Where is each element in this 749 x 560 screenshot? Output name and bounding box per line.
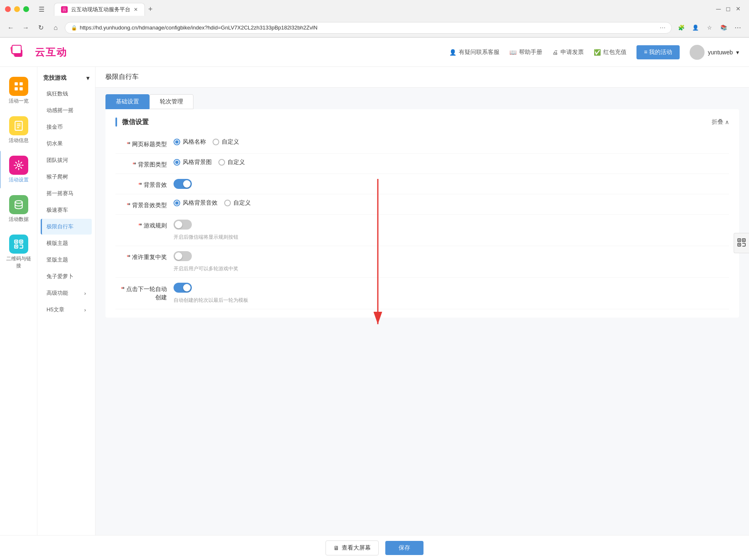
- sidebar-icon-activity-list: [9, 77, 28, 96]
- toggle-game-rules[interactable]: [174, 220, 192, 230]
- form-hint-allow-repeat-win: 开启后用户可以多轮游戏中奖: [174, 265, 238, 272]
- sub-sidebar-item-tug-war[interactable]: 团队拔河: [41, 152, 92, 168]
- sidebar-item-activity-settings[interactable]: 活动设置: [2, 151, 35, 188]
- content-tabs: 基础设置 轮次管理: [95, 88, 749, 109]
- sub-sidebar-item-rocking-horse[interactable]: 摇一摇赛马: [41, 186, 92, 201]
- sub-sidebar-item-vertical-theme[interactable]: 竖版主题: [41, 252, 92, 268]
- sub-sidebar-item-shake[interactable]: 动感摇一摇: [41, 103, 92, 118]
- radio-custom-sound[interactable]: 自定义: [224, 199, 251, 207]
- customer-service-label: 有疑问联系客服: [459, 49, 499, 56]
- window-controls: [5, 6, 29, 12]
- app-header: 云互动 👤 有疑问联系客服 📖 帮助手册 🖨 申请发票 ✅ 红包充值 ≡ 我的活…: [0, 38, 749, 67]
- qr-side-btn[interactable]: [734, 233, 749, 253]
- sidebar: 活动一览 活动信息 活动设置 活动数据 二维码与链接: [0, 67, 37, 560]
- sidebar-item-activity-list[interactable]: 活动一览: [2, 72, 35, 110]
- svg-rect-7: [20, 87, 23, 90]
- tab-round-management[interactable]: 轮次管理: [149, 94, 193, 109]
- radio-style-sound[interactable]: 风格背景音效: [174, 199, 218, 207]
- sub-sidebar-collapse-icon: ▾: [86, 75, 89, 81]
- sub-sidebar-item-extreme-bike[interactable]: 极限自行车: [41, 219, 92, 235]
- sub-sidebar-item-horizontal-theme[interactable]: 横版主题: [41, 235, 92, 251]
- svg-rect-5: [20, 82, 23, 86]
- save-btn[interactable]: 保存: [385, 541, 423, 555]
- sidebar-label-activity-list: 活动一览: [9, 98, 29, 105]
- svg-rect-18: [20, 241, 22, 242]
- collection-btn[interactable]: 📚: [717, 22, 730, 34]
- sidebar-label-activity-info: 活动信息: [9, 137, 29, 144]
- sidebar-toggle-btn[interactable]: ☰: [36, 3, 47, 15]
- customer-service-nav[interactable]: 👤 有疑问联系客服: [449, 49, 499, 56]
- collapse-btn[interactable]: 折叠 ∧: [712, 118, 729, 126]
- radio-custom-bg[interactable]: 自定义: [218, 159, 245, 166]
- minimize-btn[interactable]: ─: [716, 5, 721, 13]
- browser-tab-bar: 云 云互动现场互动服务平台 ✕ +: [51, 3, 713, 16]
- section-title-bar: [115, 117, 117, 127]
- svg-rect-3: [12, 45, 21, 54]
- toggle-allow-repeat-win[interactable]: [174, 251, 192, 261]
- sub-sidebar-item-advanced[interactable]: 高级功能 ›: [41, 285, 92, 301]
- tab-favicon: 云: [61, 6, 68, 13]
- section-title: 微信设置: [122, 118, 149, 127]
- maximize-window-btn[interactable]: [23, 6, 29, 12]
- extensions-btn[interactable]: 🧩: [675, 22, 688, 34]
- back-btn[interactable]: ←: [5, 22, 17, 34]
- radio-style-name-label: 风格名称: [183, 138, 206, 146]
- radio-custom-title[interactable]: 自定义: [213, 138, 239, 146]
- sidebar-icon-activity-settings: [9, 156, 28, 175]
- url-input-box[interactable]: 🔒 https://hd.yunhudong.cn/hdmanage/confi…: [65, 22, 672, 34]
- tab-basic-settings[interactable]: 基础设置: [105, 94, 149, 109]
- toggle-allow-repeat-win-thumb: [175, 252, 182, 260]
- sub-sidebar-item-speed-car[interactable]: 极速赛车: [41, 202, 92, 218]
- sub-sidebar-item-h5-article[interactable]: H5文章 ›: [41, 302, 92, 318]
- my-activity-btn[interactable]: ≡ 我的活动: [636, 45, 680, 59]
- tab-close-btn[interactable]: ✕: [134, 7, 138, 12]
- toggle-bg-sound[interactable]: [174, 179, 192, 189]
- form-control-game-rules: 开启后微信端将显示规则按钮: [174, 220, 729, 241]
- tab-title: 云互动现场互动服务平台: [71, 6, 130, 13]
- radio-style-sound-label: 风格背景音效: [183, 199, 218, 207]
- home-btn[interactable]: ⌂: [50, 22, 61, 34]
- form-row-bg-sound: * * 背景音效: [115, 174, 729, 194]
- sub-sidebar-item-fruit[interactable]: 切水果: [41, 136, 92, 152]
- sub-sidebar-item-rabbit-carrot[interactable]: 兔子爱萝卜: [41, 269, 92, 284]
- redpacket-nav[interactable]: ✅ 红包充值: [594, 49, 627, 56]
- section-header-row: 微信设置 折叠 ∧: [115, 117, 729, 127]
- close-window-btn[interactable]: [5, 6, 11, 12]
- sub-sidebar-item-monkey[interactable]: 猴子爬树: [41, 169, 92, 185]
- sub-sidebar-item-pick-coins[interactable]: 接金币: [41, 119, 92, 135]
- radio-custom-title-label: 自定义: [222, 138, 239, 146]
- radio-style-bg[interactable]: 风格背景图: [174, 159, 212, 166]
- toggle-auto-create-next[interactable]: [174, 283, 192, 293]
- toggle-game-rules-thumb: [175, 221, 182, 228]
- sub-sidebar-item-crazy-money[interactable]: 疯狂数钱: [41, 86, 92, 102]
- browser-chrome: ☰ 云 云互动现场互动服务平台 ✕ + ─ ◻ ✕ ← → ↻ ⌂ 🔒 htt: [0, 0, 749, 38]
- browser-tab-active[interactable]: 云 云互动现场互动服务平台 ✕: [54, 3, 145, 16]
- svg-rect-28: [743, 240, 744, 241]
- form-control-auto-create-next: 自动创建的轮次以最后一轮为模板: [174, 283, 729, 304]
- toggle-auto-create-next-thumb: [183, 284, 191, 291]
- radio-custom-bg-label: 自定义: [228, 159, 245, 166]
- sidebar-item-activity-data[interactable]: 活动数据: [2, 190, 35, 228]
- restore-btn[interactable]: ◻: [726, 5, 731, 13]
- profile-btn[interactable]: 👤: [689, 22, 702, 34]
- invoice-nav[interactable]: 🖨 申请发票: [552, 49, 584, 56]
- form-control-bg-image-type: 风格背景图 自定义: [174, 159, 729, 166]
- minimize-window-btn[interactable]: [14, 6, 20, 12]
- forward-btn[interactable]: →: [20, 22, 32, 34]
- close-btn[interactable]: ✕: [736, 5, 741, 13]
- refresh-btn[interactable]: ↻: [35, 22, 47, 34]
- sub-sidebar-category[interactable]: 竞技游戏 ▾: [37, 71, 95, 85]
- view-large-screen-btn[interactable]: 🖥 查看大屏幕: [326, 540, 379, 555]
- user-dropdown-icon: ▾: [736, 49, 739, 56]
- browser-titlebar: ☰ 云 云互动现场互动服务平台 ✕ + ─ ◻ ✕: [0, 0, 749, 18]
- help-manual-nav[interactable]: 📖 帮助手册: [509, 49, 542, 56]
- sidebar-item-activity-info[interactable]: 活动信息: [2, 111, 35, 149]
- sub-sidebar-category-label: 竞技游戏: [43, 74, 66, 82]
- new-tab-btn[interactable]: +: [148, 5, 153, 14]
- radio-style-name[interactable]: 风格名称: [174, 138, 206, 146]
- more-btn[interactable]: ⋯: [732, 22, 744, 34]
- form-row-page-title-type: * * 网页标题类型 风格名称 自定义: [115, 133, 729, 154]
- user-area[interactable]: yuntuweb ▾: [690, 45, 739, 60]
- favorite-btn[interactable]: ☆: [703, 22, 716, 34]
- sidebar-item-qrcode-links[interactable]: 二维码与链接: [2, 230, 35, 274]
